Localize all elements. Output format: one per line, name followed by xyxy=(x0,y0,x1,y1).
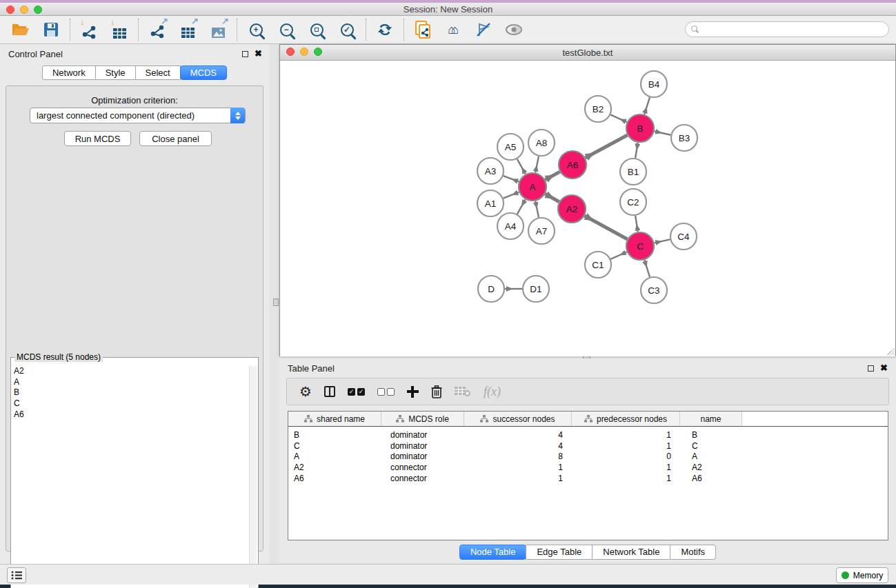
cell-mcds-role[interactable]: dominator xyxy=(381,429,464,440)
function-builder-button[interactable]: f(x) xyxy=(484,381,501,402)
float-panel-icon[interactable] xyxy=(242,51,248,57)
cell-mcds-role[interactable]: connector xyxy=(381,473,464,484)
zoom-in-button[interactable]: + xyxy=(241,17,271,42)
toolbar-separator xyxy=(70,19,70,41)
tab-select[interactable]: Select xyxy=(135,65,181,80)
cell-successor-nodes[interactable]: 1 xyxy=(464,462,572,473)
node-label-B2: B2 xyxy=(593,104,604,114)
cell-shared-name[interactable]: C xyxy=(288,440,381,452)
node-label-B: B xyxy=(637,123,643,134)
cell-shared-name[interactable]: A xyxy=(288,451,381,462)
table-row[interactable]: A6 connector 1 1 A6 xyxy=(288,473,888,484)
cell-mcds-role[interactable]: connector xyxy=(381,462,464,473)
network-canvas[interactable]: B4B2BB3B1A5A8A6A3AA1A2C2A4A7CC4C1C3DD1 xyxy=(280,61,895,356)
network-window-titlebar[interactable]: testGlobe.txt xyxy=(280,45,895,61)
import-network-button[interactable]: ↓ xyxy=(74,17,104,42)
zoom-selected-button[interactable]: ✓ xyxy=(332,17,362,42)
node-label-D1: D1 xyxy=(530,284,541,294)
resize-grip[interactable] xyxy=(887,347,895,355)
cell-shared-name[interactable]: B xyxy=(288,429,381,440)
tab-motifs[interactable]: Motifs xyxy=(670,545,716,560)
tab-edge-table[interactable]: Edge Table xyxy=(526,545,593,560)
export-table-button[interactable]: ↗ xyxy=(172,17,203,42)
mcds-result-list[interactable]: A2 A B C A6 xyxy=(14,366,247,588)
cell-name[interactable]: B xyxy=(680,429,742,440)
optimization-criterion-value: largest connected component (directed) xyxy=(37,110,195,121)
cell-name[interactable]: A6 xyxy=(680,473,742,484)
edge-arrowhead xyxy=(512,190,519,195)
column-header-shared-name[interactable]: shared name xyxy=(288,412,381,426)
run-mcds-button[interactable]: Run MCDS xyxy=(64,131,131,146)
new-network-from-selection-button[interactable] xyxy=(408,17,438,42)
network-graph[interactable]: B4B2BB3B1A5A8A6A3AA1A2C2A4A7CC4C1C3DD1 xyxy=(280,61,895,356)
cell-shared-name[interactable]: A6 xyxy=(288,473,381,484)
table-row[interactable]: B dominator 4 1 B xyxy=(288,429,888,440)
delete-table-button[interactable] xyxy=(455,381,471,402)
cell-predecessor-nodes[interactable]: 1 xyxy=(572,429,680,440)
hide-graphics-details-button[interactable] xyxy=(468,17,499,42)
vertical-split-handle[interactable] xyxy=(273,298,279,306)
birds-eye-view-button[interactable] xyxy=(499,17,529,42)
cell-successor-nodes[interactable]: 8 xyxy=(464,451,572,462)
save-session-button[interactable] xyxy=(36,17,66,42)
column-header-predecessor-nodes[interactable]: predecessor nodes xyxy=(572,412,680,426)
table-grid-icon xyxy=(113,28,126,39)
export-network-button[interactable]: ↗ xyxy=(142,17,172,42)
show-columns-button[interactable] xyxy=(324,381,335,402)
result-scrollbar[interactable] xyxy=(249,366,257,588)
memory-button[interactable]: Memory xyxy=(836,567,888,583)
main-toolbar: ↓ ↓ ↗ xyxy=(0,16,896,44)
mcds-result-item[interactable]: A2 xyxy=(14,366,247,377)
cell-mcds-role[interactable]: dominator xyxy=(381,440,464,452)
cell-shared-name[interactable]: A2 xyxy=(288,462,381,473)
zoom-fit-button[interactable] xyxy=(301,17,332,42)
close-table-panel-icon[interactable]: ✖ xyxy=(880,363,888,373)
mcds-result-item[interactable]: A xyxy=(14,377,247,388)
mcds-result-item[interactable]: C xyxy=(14,398,247,409)
zoom-out-button[interactable]: − xyxy=(271,17,301,42)
table-row[interactable]: A2 connector 1 1 A2 xyxy=(288,462,888,473)
node-label-C4: C4 xyxy=(677,232,690,242)
cell-successor-nodes[interactable]: 1 xyxy=(464,473,572,484)
cell-predecessor-nodes[interactable]: 0 xyxy=(572,451,680,462)
column-header-successor-nodes[interactable]: successor nodes xyxy=(464,412,572,426)
table-header-row: shared name MCDS role xyxy=(288,412,888,427)
tab-network[interactable]: Network xyxy=(42,65,96,80)
cell-successor-nodes[interactable]: 4 xyxy=(464,429,572,440)
column-header-mcds-role[interactable]: MCDS role xyxy=(381,412,464,426)
cell-predecessor-nodes[interactable]: 1 xyxy=(572,473,680,484)
export-image-button[interactable]: ↗ xyxy=(203,17,233,42)
cell-name[interactable]: A xyxy=(680,451,742,462)
cell-name[interactable]: A2 xyxy=(680,462,742,473)
cell-name[interactable]: C xyxy=(680,440,742,452)
zoom-in-icon: + xyxy=(250,23,263,37)
delete-columns-button[interactable] xyxy=(431,381,442,402)
close-panel-icon[interactable]: ✖ xyxy=(255,48,262,59)
open-session-button[interactable] xyxy=(6,17,36,42)
tab-mcds[interactable]: MCDS xyxy=(180,65,227,80)
optimization-criterion-select[interactable]: largest connected component (directed) xyxy=(30,108,246,123)
mcds-result-item[interactable]: B xyxy=(14,387,247,398)
cell-predecessor-nodes[interactable]: 1 xyxy=(572,462,680,473)
column-header-name[interactable]: name xyxy=(680,412,742,426)
cell-mcds-role[interactable]: dominator xyxy=(381,451,464,462)
table-row[interactable]: A dominator 8 0 A xyxy=(288,451,888,462)
close-panel-button[interactable]: Close panel xyxy=(139,131,212,146)
first-neighbors-button[interactable]: ⌂⌂ xyxy=(438,17,468,42)
search-input[interactable] xyxy=(685,21,889,37)
table-row[interactable]: C dominator 4 1 C xyxy=(288,440,888,452)
unselect-all-button[interactable] xyxy=(377,381,395,402)
cell-successor-nodes[interactable]: 4 xyxy=(464,440,572,452)
import-table-button[interactable]: ↓ xyxy=(104,17,135,42)
mcds-result-item[interactable]: A6 xyxy=(14,409,247,420)
cell-predecessor-nodes[interactable]: 1 xyxy=(572,440,680,452)
table-options-button[interactable]: ⚙ xyxy=(299,381,312,402)
tab-node-table[interactable]: Node Table xyxy=(459,545,527,560)
apply-layout-button[interactable] xyxy=(370,17,400,42)
tab-network-table[interactable]: Network Table xyxy=(592,545,670,560)
float-table-panel-icon[interactable] xyxy=(868,365,874,372)
tab-style[interactable]: Style xyxy=(95,65,136,80)
create-column-button[interactable] xyxy=(407,381,419,402)
select-all-button[interactable] xyxy=(348,381,365,402)
show-panels-button[interactable] xyxy=(7,567,26,583)
